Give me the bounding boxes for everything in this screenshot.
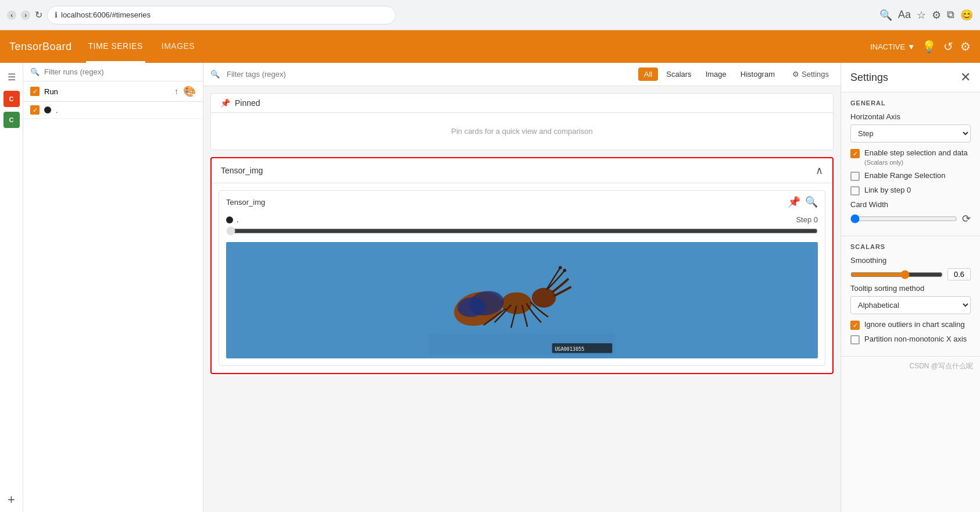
top-nav: TensorBoard TIME SERIES IMAGES INACTIVE … xyxy=(0,30,980,63)
enable-step-selection-checkbox[interactable] xyxy=(850,149,860,158)
logo: TensorBoard xyxy=(9,41,72,53)
card-width-slider-row: ⟳ xyxy=(850,212,971,225)
palette-icon[interactable]: 🎨 xyxy=(183,85,196,98)
tag-section-title: Tensor_img xyxy=(221,166,816,175)
profile-icon[interactable]: 😊 xyxy=(960,9,973,22)
settings-panel-header: Settings ✕ xyxy=(841,63,980,93)
ignore-outliers-checkbox[interactable] xyxy=(850,321,860,330)
scroll-area: 📌 Pinned Pin cards for a quick view and … xyxy=(203,86,840,512)
nav-time-series[interactable]: TIME SERIES xyxy=(86,30,145,63)
enable-range-selection-checkbox[interactable] xyxy=(850,172,860,181)
smoothing-value-input[interactable]: 0.6 xyxy=(947,268,971,280)
run-row: . xyxy=(23,102,203,119)
ignore-outliers-row: Ignore outliers in chart scaling xyxy=(850,320,971,330)
runs-search-box[interactable]: 🔍 xyxy=(23,63,203,81)
link-by-step-row: Link by step 0 xyxy=(850,186,971,195)
filter-histogram[interactable]: Histogram xyxy=(735,67,781,81)
settings-panel: Settings ✕ GENERAL Horizontal Axis Step … xyxy=(840,63,980,512)
forward-button[interactable]: › xyxy=(21,10,30,20)
app: TensorBoard TIME SERIES IMAGES INACTIVE … xyxy=(0,30,980,512)
general-settings-section: GENERAL Horizontal Axis Step Relative Wa… xyxy=(841,93,980,236)
card-run-name: . xyxy=(237,215,239,224)
gear-icon: ⚙ xyxy=(792,70,799,79)
refresh-icon[interactable]: ↺ xyxy=(943,40,953,54)
browser-chrome: ‹ › ↻ ℹ localhost:6006/#timeseries 🔍 Aa … xyxy=(0,0,980,30)
card-title: Tensor_img xyxy=(226,198,783,207)
step-slider-input[interactable] xyxy=(226,226,818,236)
tag-section-header[interactable]: Tensor_img ∧ xyxy=(212,158,832,183)
tooltip-sorting-select[interactable]: Alphabetical Ascending Descending None xyxy=(850,296,971,314)
card-step: Step 0 xyxy=(796,215,818,224)
ant-image-svg: UGA0013055 xyxy=(429,244,615,357)
filter-all[interactable]: All xyxy=(638,67,658,81)
tooltip-sorting-label: Tooltip sorting method xyxy=(850,284,971,293)
run-name: . xyxy=(56,106,58,115)
run-all-checkbox[interactable] xyxy=(30,87,40,96)
sidebar-c1-icon[interactable]: C xyxy=(3,91,20,107)
run-checkbox[interactable] xyxy=(30,105,40,115)
content-area: 🔍 All Scalars Image Histogram ⚙ Settings xyxy=(203,63,840,512)
reload-button[interactable]: ↻ xyxy=(35,9,42,20)
sort-icon[interactable]: ↑ xyxy=(174,87,178,96)
settings-nav-icon[interactable]: ⚙ xyxy=(960,40,971,54)
partition-nonmonotonic-checkbox[interactable] xyxy=(850,335,860,344)
url-text: localhost:6006/#timeseries xyxy=(61,10,151,19)
reader-icon[interactable]: Aa xyxy=(898,9,911,22)
lightbulb-icon[interactable]: 💡 xyxy=(922,40,936,54)
search-icon[interactable]: 🔍 xyxy=(879,9,892,22)
partition-nonmonotonic-label: Partition non-monotonic X axis xyxy=(864,335,967,344)
sidebar-c2-icon[interactable]: C xyxy=(3,112,20,128)
partition-nonmonotonic-row: Partition non-monotonic X axis xyxy=(850,335,971,344)
image-search-icon[interactable]: 🔍 xyxy=(805,195,818,208)
card-header: Tensor_img 📌 🔍 xyxy=(219,191,825,213)
tensor-card: Tensor_img 📌 🔍 . Step 0 xyxy=(219,190,825,366)
address-bar[interactable]: ℹ localhost:6006/#timeseries xyxy=(47,6,396,24)
enable-range-selection-row: Enable Range Selection xyxy=(850,171,971,181)
browser-actions: 🔍 Aa ☆ ⚙ ⧉ 😊 xyxy=(879,9,973,22)
left-sidebar: ☰ C C + xyxy=(0,63,23,512)
card-width-reset-icon[interactable]: ⟳ xyxy=(962,212,971,225)
tensor-section: Tensor_img ∧ Tensor_img 📌 🔍 . xyxy=(210,157,834,374)
pinned-label: Pinned xyxy=(235,98,260,108)
tag-filter-bar: 🔍 All Scalars Image Histogram ⚙ Settings xyxy=(203,63,840,86)
enable-range-selection-label: Enable Range Selection xyxy=(864,171,946,181)
tags-search-icon: 🔍 xyxy=(210,70,220,79)
svg-point-6 xyxy=(563,268,567,272)
scalars-section-title: SCALARS xyxy=(850,243,971,250)
sidebar-add-icon[interactable]: + xyxy=(8,492,15,507)
bookmark-icon[interactable]: ☆ xyxy=(917,9,926,22)
sidebar-expand-icon[interactable]: ☰ xyxy=(2,67,21,86)
inactive-badge: INACTIVE ▼ xyxy=(870,42,915,51)
dropdown-icon[interactable]: ▼ xyxy=(907,42,915,51)
pin-card-icon[interactable]: 📌 xyxy=(788,195,800,208)
ant-image-container: UGA0013055 xyxy=(226,242,818,358)
link-by-step-checkbox[interactable] xyxy=(850,186,860,195)
filter-image[interactable]: Image xyxy=(700,67,732,81)
horizontal-axis-select[interactable]: Step Relative Wall xyxy=(850,125,971,143)
filter-scalars[interactable]: Scalars xyxy=(660,67,697,81)
settings-toggle-button[interactable]: ⚙ Settings xyxy=(788,67,834,81)
svg-text:UGA0013055: UGA0013055 xyxy=(555,346,584,352)
nav-images[interactable]: IMAGES xyxy=(159,30,197,63)
run-dot xyxy=(44,106,51,113)
card-width-slider[interactable] xyxy=(850,214,957,223)
pinned-section: 📌 Pinned Pin cards for a quick view and … xyxy=(210,93,834,150)
collapse-icon[interactable]: ∧ xyxy=(816,164,823,177)
tags-search-input[interactable] xyxy=(227,70,631,79)
step-slider-container xyxy=(219,226,825,242)
runs-search-input[interactable] xyxy=(44,67,196,76)
back-button[interactable]: ‹ xyxy=(7,10,16,20)
run-label: Run xyxy=(44,87,170,96)
nav-right: INACTIVE ▼ 💡 ↺ ⚙ xyxy=(870,40,971,54)
extensions-icon[interactable]: ⚙ xyxy=(932,9,941,22)
settings-panel-title: Settings xyxy=(850,72,960,84)
split-icon[interactable]: ⧉ xyxy=(947,9,954,22)
general-section-title: GENERAL xyxy=(850,99,971,106)
close-settings-button[interactable]: ✕ xyxy=(960,70,971,85)
pinned-placeholder: Pin cards for a quick view and compariso… xyxy=(211,113,833,150)
ignore-outliers-label: Ignore outliers in chart scaling xyxy=(864,320,965,330)
smoothing-slider[interactable] xyxy=(850,270,943,279)
smoothing-slider-row: 0.6 xyxy=(850,268,971,280)
runs-panel: 🔍 Run ↑ 🎨 . xyxy=(23,63,203,512)
enable-step-selection-text: Enable step selection and data (Scalars … xyxy=(864,148,968,166)
